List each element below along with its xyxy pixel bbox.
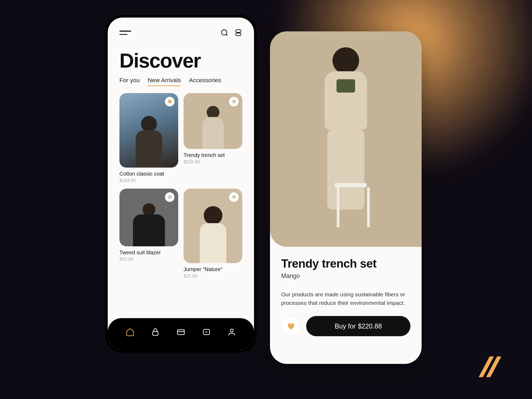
product-price: $25.00 xyxy=(184,273,242,279)
favorite-button[interactable] xyxy=(229,192,239,202)
svg-point-9 xyxy=(230,329,233,332)
product-name: Jumper "Nature" xyxy=(184,266,242,272)
product-detail-image xyxy=(270,31,422,247)
product-name: Trendy trench set xyxy=(184,152,242,158)
product-grid: Cotton classic coat $164.00 Trendy trenc… xyxy=(108,93,254,279)
category-tabs: For you New Arrivals Accessories xyxy=(108,77,254,93)
tab-accessories[interactable]: Accessories xyxy=(189,77,221,86)
menu-icon[interactable] xyxy=(119,31,131,35)
product-image xyxy=(119,93,178,168)
nav-chat-icon[interactable] xyxy=(202,327,211,336)
product-name: Cotton classic coat xyxy=(119,171,178,177)
product-detail-info: Trendy trench set Mango Our products are… xyxy=(270,247,422,307)
svg-line-1 xyxy=(226,34,227,36)
product-card[interactable]: Trendy trench set $220.88 xyxy=(184,93,242,165)
product-price: $220.88 xyxy=(184,159,242,165)
top-bar-actions xyxy=(221,29,242,37)
page-title: Discover xyxy=(108,37,254,77)
tab-new-arrivals[interactable]: New Arrivals xyxy=(148,77,181,86)
buy-button[interactable]: Buy for $220.88 xyxy=(306,316,410,336)
search-icon[interactable] xyxy=(221,29,228,37)
favorite-button[interactable] xyxy=(165,192,174,202)
nav-lock-icon[interactable] xyxy=(151,327,160,336)
nav-home-icon[interactable] xyxy=(126,327,135,336)
favorite-button[interactable] xyxy=(229,97,239,106)
product-card[interactable]: Cotton classic coat $164.00 xyxy=(119,93,178,183)
svg-point-0 xyxy=(222,30,227,35)
buy-button-price: $220.88 xyxy=(358,322,382,330)
nav-card-icon[interactable] xyxy=(176,327,185,336)
nav-profile-icon[interactable] xyxy=(227,327,236,336)
top-bar xyxy=(108,18,254,37)
product-image xyxy=(184,93,242,149)
product-image xyxy=(184,189,242,263)
svg-rect-4 xyxy=(153,332,158,335)
buy-button-prefix: Buy for xyxy=(335,322,356,330)
tab-for-you[interactable]: For you xyxy=(119,77,140,86)
product-name: Tweed suit blazer xyxy=(119,250,178,256)
phone-discover: Discover For you New Arrivals Accessorie… xyxy=(105,15,257,353)
product-detail-description: Our products are made using sustainable … xyxy=(281,290,410,307)
product-detail-brand: Mango xyxy=(281,272,410,280)
svg-rect-5 xyxy=(177,330,184,335)
product-detail-actions: Buy for $220.88 xyxy=(270,307,422,336)
bag-icon[interactable] xyxy=(234,29,242,37)
product-card[interactable]: Jumper "Nature" $25.00 xyxy=(184,189,242,279)
favorite-button[interactable] xyxy=(281,317,300,336)
product-detail-title: Trendy trench set xyxy=(281,257,410,270)
phone-detail: Trendy trench set Mango Our products are… xyxy=(270,31,422,364)
product-image xyxy=(119,189,178,246)
product-card[interactable]: Tweed suit blazer $50.88 xyxy=(119,189,178,262)
phone-discover-screen: Discover For you New Arrivals Accessorie… xyxy=(108,18,254,350)
product-price: $164.00 xyxy=(119,178,178,183)
svg-rect-3 xyxy=(236,33,241,36)
brand-logo-mark xyxy=(484,356,516,378)
favorite-button[interactable] xyxy=(165,97,174,106)
product-price: $50.88 xyxy=(119,257,178,262)
bottom-nav xyxy=(108,318,254,350)
svg-rect-2 xyxy=(236,30,241,32)
